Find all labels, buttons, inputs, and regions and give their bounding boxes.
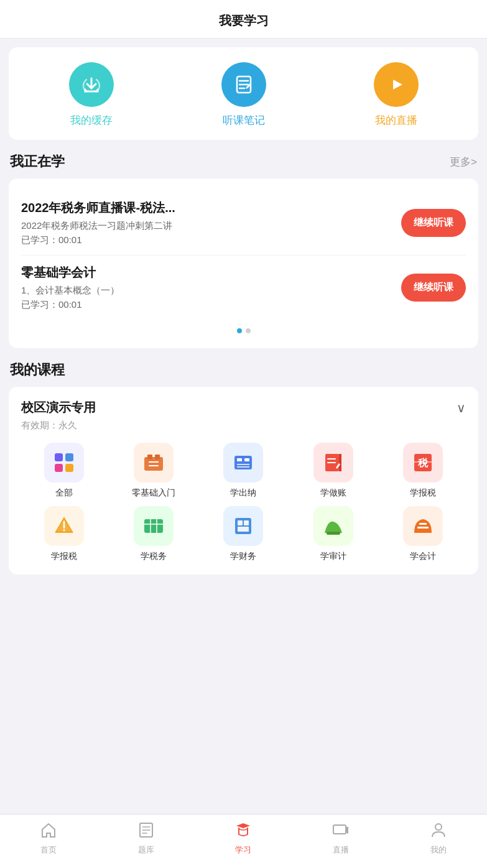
category-6[interactable]: 学报税 <box>21 506 107 562</box>
cat7-label: 学税务 <box>141 551 167 562</box>
courses-card: 校区演示专用 ∨ 有效期：永久 全部 <box>9 387 478 575</box>
category-7[interactable]: 学税务 <box>111 506 197 562</box>
course-progress-1: 已学习：00:01 <box>21 234 391 246</box>
course-title-1: 2022年税务师直播课-税法... <box>21 200 391 216</box>
category-all[interactable]: 全部 <box>21 443 107 499</box>
svg-rect-11 <box>155 455 160 459</box>
nav-study[interactable]: 学习 <box>225 821 262 856</box>
category-cashier[interactable]: 学出纳 <box>200 443 286 499</box>
svg-rect-30 <box>144 519 163 533</box>
courses-card-title: 校区演示专用 <box>21 399 96 416</box>
cat10-label: 学会计 <box>410 551 436 562</box>
nav-quiz[interactable]: 题库 <box>128 821 165 856</box>
validity-label: 有效期：永久 <box>21 420 466 432</box>
category-10[interactable]: 学会计 <box>380 506 466 562</box>
svg-rect-5 <box>55 453 63 461</box>
my-courses-title: 我的课程 <box>10 361 65 379</box>
category-bookkeeping[interactable]: 学做账 <box>290 443 376 499</box>
course-progress-2: 已学习：00:01 <box>21 299 391 311</box>
live-icon <box>374 62 419 107</box>
category-9[interactable]: 学审计 <box>290 506 376 562</box>
svg-rect-6 <box>65 453 73 461</box>
category-tax[interactable]: 税 学报税 <box>380 443 466 499</box>
dot-1[interactable] <box>237 328 242 333</box>
nav-quiz-label: 题库 <box>138 844 154 856</box>
svg-rect-16 <box>244 458 249 461</box>
svg-rect-7 <box>55 464 63 472</box>
quick-actions-container: 我的缓存 听课笔记 我的直播 <box>9 47 478 140</box>
category-bookkeeping-label: 学做账 <box>320 487 346 499</box>
course-subtitle-2: 1、会计基本概念（一） <box>21 285 391 297</box>
svg-rect-45 <box>333 825 346 834</box>
all-icon <box>44 443 84 482</box>
category-8[interactable]: 学财务 <box>200 506 286 562</box>
course-info-2: 零基础学会计 1、会计基本概念（一） 已学习：00:01 <box>21 264 401 311</box>
svg-rect-10 <box>147 455 152 459</box>
course-info-1: 2022年税务师直播课-税法... 2022年税务师税法一习题冲刺第二讲 已学习… <box>21 200 401 246</box>
basic-icon <box>134 443 174 482</box>
live-nav-icon <box>332 821 350 842</box>
cat6-icon <box>44 506 84 546</box>
continue-btn-2[interactable]: 继续听课 <box>401 274 466 302</box>
bottom-nav: 首页 题库 学习 直播 <box>0 814 487 868</box>
notes-icon <box>221 62 266 107</box>
svg-rect-37 <box>238 527 249 532</box>
category-basic-label: 零基础入门 <box>132 487 175 499</box>
svg-rect-38 <box>327 532 340 535</box>
mine-icon <box>429 821 448 842</box>
nav-study-label: 学习 <box>235 844 251 856</box>
quiz-icon <box>137 821 155 842</box>
svg-point-47 <box>435 824 442 830</box>
chevron-down-icon[interactable]: ∨ <box>457 400 466 415</box>
cat6-label: 学报税 <box>51 551 77 562</box>
cache-label: 我的缓存 <box>70 113 113 127</box>
svg-rect-15 <box>237 458 242 461</box>
learning-card: 2022年税务师直播课-税法... 2022年税务师税法一习题冲刺第二讲 已学习… <box>9 178 478 348</box>
cat10-icon <box>403 506 443 546</box>
svg-rect-9 <box>144 457 163 471</box>
bookkeeping-icon <box>313 443 353 482</box>
cat8-label: 学财务 <box>230 551 256 562</box>
nav-mine[interactable]: 我的 <box>420 821 457 856</box>
svg-rect-35 <box>238 520 243 525</box>
category-tax-label: 学报税 <box>410 487 436 499</box>
learning-more-btn[interactable]: 更多> <box>450 155 477 169</box>
quick-action-live[interactable]: 我的直播 <box>374 62 419 127</box>
svg-rect-8 <box>65 464 73 472</box>
learning-title: 我正在学 <box>10 152 65 171</box>
courses-card-header[interactable]: 校区演示专用 ∨ <box>21 399 466 416</box>
nav-live-label: 直播 <box>333 844 349 856</box>
notes-label: 听课笔记 <box>223 113 265 127</box>
home-icon <box>39 821 58 842</box>
svg-marker-4 <box>393 80 402 90</box>
svg-rect-36 <box>244 520 249 525</box>
quick-action-cache[interactable]: 我的缓存 <box>69 62 114 127</box>
nav-home[interactable]: 首页 <box>30 821 67 856</box>
study-icon <box>234 821 253 842</box>
category-all-label: 全部 <box>55 487 73 499</box>
svg-rect-34 <box>235 518 251 534</box>
my-courses-header: 我的课程 <box>0 348 487 387</box>
carousel-dots <box>21 328 466 333</box>
svg-rect-39 <box>417 527 429 529</box>
my-courses-section: 我的课程 校区演示专用 ∨ 有效期：永久 <box>0 348 487 575</box>
course-item-1: 2022年税务师直播课-税法... 2022年税务师税法一习题冲刺第二讲 已学习… <box>21 191 466 256</box>
category-basic[interactable]: 零基础入门 <box>111 443 197 499</box>
cat8-icon <box>223 506 263 546</box>
continue-btn-1[interactable]: 继续听课 <box>401 209 466 237</box>
course-subtitle-1: 2022年税务师税法一习题冲刺第二讲 <box>21 220 391 232</box>
cat9-icon <box>313 506 353 546</box>
tax-icon: 税 <box>403 443 443 482</box>
categories-grid: 全部 零基础入门 <box>21 443 466 562</box>
cache-icon <box>69 62 114 107</box>
nav-live[interactable]: 直播 <box>322 821 359 856</box>
svg-point-29 <box>63 530 65 532</box>
quick-action-notes[interactable]: 听课笔记 <box>221 62 266 127</box>
dot-2[interactable] <box>246 328 251 333</box>
svg-marker-46 <box>346 826 348 834</box>
cashier-icon <box>223 443 263 482</box>
category-cashier-label: 学出纳 <box>230 487 256 499</box>
course-title-2: 零基础学会计 <box>21 264 391 281</box>
course-item-2: 零基础学会计 1、会计基本概念（一） 已学习：00:01 继续听课 <box>21 256 466 320</box>
nav-home-label: 首页 <box>40 844 57 856</box>
